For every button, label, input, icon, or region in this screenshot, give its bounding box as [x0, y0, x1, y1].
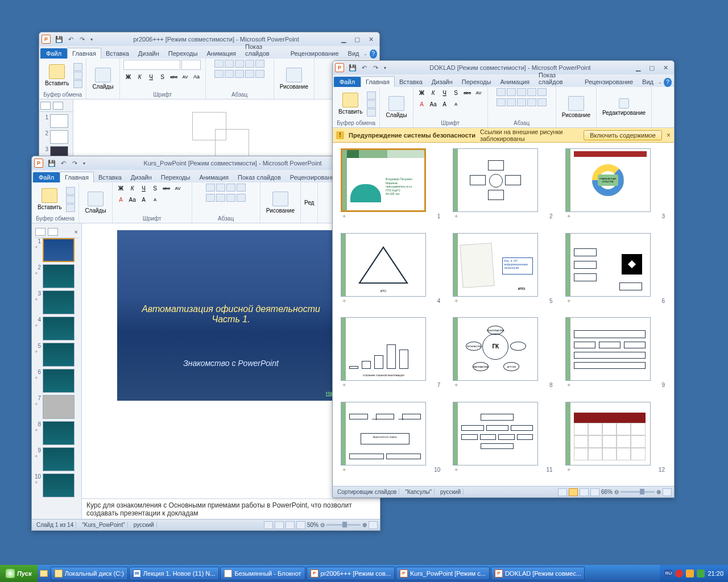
shrink-font-icon[interactable]: A: [150, 195, 160, 204]
tray-icon[interactable]: [697, 569, 705, 577]
file-tab[interactable]: Файл: [334, 77, 361, 87]
sorter-slide-3[interactable]: ГРАФИЧЕСКАЯКУЛЬТУРА ✦3: [565, 148, 666, 227]
save-icon[interactable]: 💾: [54, 34, 64, 44]
linespace-icon[interactable]: [255, 60, 264, 68]
sorter-view-icon[interactable]: [275, 521, 284, 529]
justify-icon[interactable]: [527, 98, 536, 106]
tab-review[interactable]: Рецензирование: [580, 77, 638, 87]
sorter-slide-4[interactable]: ИТО ✦4: [341, 233, 441, 312]
reading-view-icon[interactable]: [286, 521, 295, 529]
undo-icon[interactable]: ↶: [65, 34, 76, 44]
tab-animation[interactable]: Анимация: [195, 172, 233, 182]
tab-home[interactable]: Главная: [361, 76, 395, 87]
sorter-slide-5[interactable]: Рис. 4. ИТинформационныетехнологии ИТО ✦…: [453, 233, 553, 312]
indent-inc-icon[interactable]: [245, 60, 254, 68]
slides-tab-icon[interactable]: [40, 102, 51, 110]
font-color-button[interactable]: A: [417, 99, 427, 109]
align-left-icon[interactable]: [497, 98, 506, 106]
thumb-2[interactable]: 2✦: [34, 264, 79, 288]
align-center-icon[interactable]: [507, 98, 516, 106]
qat-dropdown-icon[interactable]: ▾: [88, 34, 95, 44]
taskbar-item-kurs[interactable]: PKurs_PowPoint [Режим с...: [396, 567, 490, 580]
maximize-button[interactable]: ▢: [646, 63, 658, 72]
justify-icon[interactable]: [237, 194, 246, 202]
grow-font-icon[interactable]: A: [440, 99, 450, 109]
case-button[interactable]: Aa: [127, 195, 138, 204]
reading-view-icon[interactable]: [580, 488, 589, 496]
tray-icon[interactable]: [675, 569, 683, 577]
indent-dec-icon[interactable]: [235, 60, 244, 68]
strike-button[interactable]: abc: [169, 72, 179, 81]
slideshow-view-icon[interactable]: [590, 488, 599, 496]
tab-insert[interactable]: Вставка: [101, 48, 134, 59]
titlebar[interactable]: P 💾 ↶ ↷ ▾ DOKLAD [Режим совместимости] -…: [333, 61, 674, 74]
outline-tab-icon[interactable]: [48, 228, 58, 236]
sorter-slide-8[interactable]: ГК ИНФОРМАТИКА ДРУГИЕ МАТЕМАТИКА ЛИТЕРАТ…: [453, 317, 553, 396]
language[interactable]: русский: [131, 522, 157, 528]
tab-transitions[interactable]: Переходы: [457, 77, 496, 87]
tab-animation[interactable]: Анимация: [202, 48, 241, 59]
minimize-ribbon-icon[interactable]: ⌃: [658, 82, 664, 87]
undo-icon[interactable]: ↶: [58, 158, 68, 168]
save-icon[interactable]: 💾: [47, 158, 57, 168]
bullets-icon[interactable]: [214, 60, 224, 68]
sorter-slide-11[interactable]: ✦11: [453, 402, 553, 481]
shadow-button[interactable]: S: [150, 184, 160, 193]
tab-insert[interactable]: Вставка: [395, 77, 427, 87]
align-left-icon[interactable]: [214, 70, 224, 78]
zoom-out-button[interactable]: ⊖: [614, 489, 619, 495]
copy-icon[interactable]: [66, 196, 75, 203]
indent-inc-icon[interactable]: [527, 88, 536, 96]
tab-design[interactable]: Дизайн: [134, 48, 164, 59]
redo-icon[interactable]: ↷: [69, 158, 80, 168]
thumb-5[interactable]: 5✦: [34, 343, 79, 367]
tab-slideshow[interactable]: Показ слайдов: [534, 70, 580, 87]
fit-window-icon[interactable]: [369, 521, 378, 529]
cut-icon[interactable]: [66, 187, 75, 195]
qat-dropdown-icon[interactable]: ▾: [81, 158, 88, 168]
cut-icon[interactable]: [367, 92, 376, 99]
indent-dec-icon[interactable]: [226, 184, 235, 192]
spacing-button[interactable]: AV: [173, 184, 183, 193]
maximize-button[interactable]: ▢: [351, 35, 363, 44]
redo-icon[interactable]: ↷: [370, 63, 380, 73]
tab-home[interactable]: Главная: [60, 172, 94, 182]
titlebar[interactable]: P 💾 ↶ ↷ ▾ pr2006+++ [Режим совместимости…: [39, 32, 379, 46]
zoom-slider[interactable]: [621, 491, 655, 493]
bold-button[interactable]: Ж: [116, 184, 126, 193]
tab-transitions[interactable]: Переходы: [156, 172, 195, 182]
bold-button[interactable]: Ж: [123, 72, 134, 81]
zoom-slider[interactable]: [326, 524, 361, 526]
close-warning-icon[interactable]: ×: [667, 131, 671, 139]
tab-slideshow[interactable]: Показ слайдов: [241, 41, 286, 59]
quick-launch-folder-icon[interactable]: [38, 567, 50, 580]
tab-design[interactable]: Дизайн: [126, 172, 156, 182]
sorter-slide-9[interactable]: ✦9: [565, 317, 666, 396]
thumb-2[interactable]: 2: [42, 130, 71, 144]
titlebar[interactable]: P 💾 ↶ ↷ ▾ Kurs_PowPoint [Режим совместим…: [32, 156, 380, 170]
slide-sorter[interactable]: Владимир ПетровичМаринов,преподаватель в…: [333, 143, 674, 486]
sorter-slide-6[interactable]: ✦6: [565, 233, 666, 312]
thumbnail-pane[interactable]: × 1✦ 2✦ 3✦ 4✦ 5✦ 6✦ 7✦ 8✦ 9✦ 10✦: [32, 223, 82, 519]
language-indicator[interactable]: RU: [664, 569, 672, 577]
zoom-level[interactable]: 66%: [601, 489, 613, 495]
underline-button[interactable]: Ч: [139, 184, 149, 193]
case-button[interactable]: Aa: [192, 72, 202, 81]
align-right-icon[interactable]: [226, 194, 235, 202]
align-right-icon[interactable]: [235, 70, 244, 78]
tab-slideshow[interactable]: Показ слайдов: [233, 172, 286, 182]
zoom-in-button[interactable]: ⊕: [362, 522, 367, 528]
thumb-1[interactable]: 1: [42, 114, 71, 128]
grow-font-icon[interactable]: A: [139, 195, 149, 204]
tray-icon[interactable]: [686, 569, 694, 577]
align-left-icon[interactable]: [206, 194, 215, 202]
strike-button[interactable]: abc: [462, 88, 473, 97]
copy-icon[interactable]: [73, 72, 82, 80]
taskbar-item-pr2006[interactable]: Ppr2006+++ [Режим сов...: [307, 567, 395, 580]
case-button[interactable]: Aa: [428, 99, 439, 109]
zoom-out-button[interactable]: ⊖: [320, 522, 325, 528]
underline-button[interactable]: Ч: [440, 88, 450, 97]
thumb-10[interactable]: 10✦: [34, 473, 79, 497]
shrink-font-icon[interactable]: A: [451, 99, 461, 109]
help-icon[interactable]: ?: [370, 49, 377, 59]
